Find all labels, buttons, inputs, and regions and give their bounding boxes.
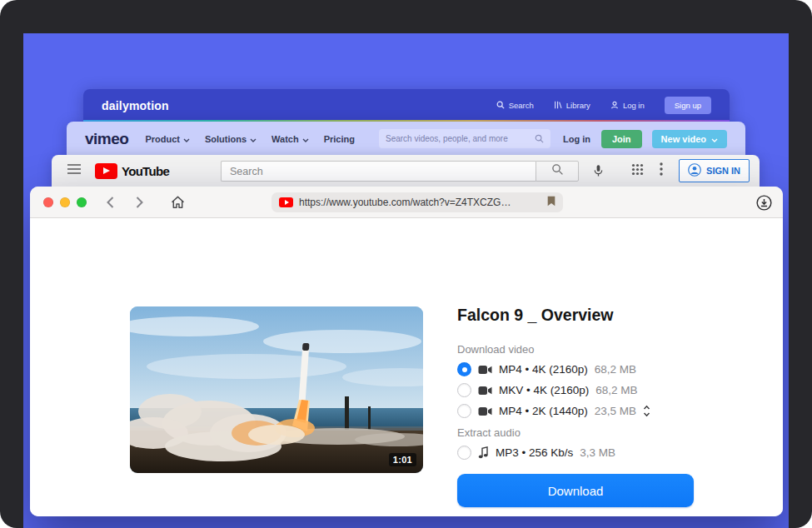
option-size: 3,3 MB [580,446,615,459]
option-label: MP4 • 2K (1440p) [499,405,588,417]
vimeo-nav-product[interactable]: Product [145,134,190,144]
window-toolbar: https://www.youtube.com/watch?v=Z4TXCZG… [30,187,783,218]
dailymotion-nav: Search Library Log in Sign up [496,97,711,114]
zoom-window-button[interactable] [77,197,87,207]
vimeo-nav-product-label: Product [145,134,180,144]
radio-unselected[interactable] [457,383,471,397]
microphone-icon[interactable] [593,164,604,181]
search-icon [496,101,505,111]
option-label: MP4 • 4K (2160p) [499,363,588,376]
dailymotion-login-label: Log in [623,101,645,110]
chevron-down-icon [183,134,190,144]
quality-stepper-icon[interactable] [643,405,650,417]
youtube-play-icon [95,163,117,179]
minimize-window-button[interactable] [60,197,70,207]
vimeo-window-header: vimeo Product Solutions Watch Pricing [67,122,745,156]
video-camera-icon [478,365,492,375]
vimeo-nav-pricing-label: Pricing [324,134,355,144]
radio-selected[interactable] [457,362,471,376]
vimeo-nav-watch[interactable]: Watch [271,134,309,144]
dailymotion-login-button[interactable]: Log in [610,101,645,111]
downloader-content: 1:01 Falcon 9 _ Overview Download video … [30,218,783,516]
bookmark-icon[interactable] [547,195,555,210]
option-size: 23,5 MB [595,405,636,417]
vimeo-new-video-label: New video [661,134,706,144]
video-options-list: MP4 • 4K (2160p) 68,2 MB MKV • 4K (2160p… [457,361,694,419]
duration-badge: 1:01 [389,453,416,466]
device-frame: dailymotion Search Library Log in Sign u… [0,0,812,528]
youtube-logo[interactable]: YouTube [95,163,169,179]
youtube-search-button[interactable] [536,161,579,182]
search-icon [551,163,564,179]
vimeo-nav-watch-label: Watch [271,134,299,144]
close-window-button[interactable] [43,197,53,207]
radio-unselected[interactable] [457,404,471,418]
desktop-background: dailymotion Search Library Log in Sign u… [23,33,789,528]
search-icon [535,132,544,147]
video-option-mkv-4k[interactable]: MKV • 4K (2160p) 68,2 MB [457,382,694,398]
download-panel: Falcon 9 _ Overview Download video MP4 •… [457,305,694,507]
chevron-down-icon [250,134,257,144]
youtube-window-header: YouTube SIGN IN [52,155,760,189]
youtube-search-input[interactable] [221,161,536,182]
vimeo-nav: Product Solutions Watch Pricing [145,134,355,144]
vimeo-search-field[interactable] [379,129,550,148]
dailymotion-library-button[interactable]: Library [554,101,590,111]
person-icon [610,101,619,111]
video-thumbnail[interactable]: 1:01 [130,306,423,473]
vimeo-join-button[interactable]: Join [601,130,642,148]
radio-unselected[interactable] [457,446,471,460]
video-option-mp4-2k[interactable]: MP4 • 2K (1440p) 23,5 MB [457,403,694,419]
kebab-menu-icon[interactable] [660,162,663,179]
dailymotion-search-label: Search [509,101,534,110]
vimeo-login-button[interactable]: Log in [563,134,590,144]
download-button[interactable]: Download [457,474,694,507]
dailymotion-library-label: Library [566,101,590,110]
dailymotion-logo: dailymotion [102,99,169,112]
downloader-window: https://www.youtube.com/watch?v=Z4TXCZG… [30,187,783,516]
address-bar[interactable]: https://www.youtube.com/watch?v=Z4TXCZG… [271,192,563,212]
audio-options-list: MP3 • 256 Kb/s 3,3 MB [457,445,694,461]
video-camera-icon [478,406,492,416]
dailymotion-window-header: dailymotion Search Library Log in Sign u… [83,89,730,122]
traffic-lights [43,197,87,207]
youtube-header-right: SIGN IN [631,155,750,187]
vimeo-new-video-button[interactable]: New video [652,130,727,148]
youtube-favicon [279,197,293,207]
vimeo-nav-solutions[interactable]: Solutions [205,134,257,144]
youtube-sign-in-label: SIGN IN [706,166,740,176]
option-label: MP3 • 256 Kb/s [496,446,573,459]
library-icon [554,101,562,111]
forward-button[interactable] [131,187,147,218]
vimeo-logo: vimeo [85,130,128,148]
home-button[interactable] [168,187,187,218]
vimeo-nav-pricing[interactable]: Pricing [324,134,355,144]
downloads-button[interactable] [755,187,773,218]
audio-option-mp3[interactable]: MP3 • 256 Kb/s 3,3 MB [457,445,694,461]
youtube-sign-in-button[interactable]: SIGN IN [679,159,750,182]
video-section-label: Download video [457,343,694,356]
video-option-mp4-4k[interactable]: MP4 • 4K (2160p) 68,2 MB [457,361,694,377]
vimeo-nav-solutions-label: Solutions [205,134,247,144]
vimeo-search-input[interactable] [386,134,535,143]
url-text: https://www.youtube.com/watch?v=Z4TXCZG… [299,197,541,208]
music-note-icon [478,446,489,459]
dailymotion-search-button[interactable]: Search [496,101,534,111]
youtube-logo-text: YouTube [122,164,169,178]
video-title: Falcon 9 _ Overview [457,305,694,325]
audio-section-label: Extract audio [457,426,694,439]
youtube-header-left: YouTube [67,155,169,187]
chevron-down-icon [711,134,718,144]
video-camera-icon [478,386,492,396]
apps-grid-icon[interactable] [631,163,644,179]
dailymotion-signup-button[interactable]: Sign up [665,97,711,114]
option-size: 68,2 MB [595,363,636,376]
youtube-search-bar [221,161,579,182]
account-icon [688,163,701,178]
option-size: 68,2 MB [595,384,637,396]
back-button[interactable] [102,187,118,218]
chevron-down-icon [302,134,309,144]
option-label: MKV • 4K (2160p) [499,384,589,396]
hamburger-menu-icon[interactable] [67,163,82,178]
rocket-launch-illustration [130,306,423,473]
